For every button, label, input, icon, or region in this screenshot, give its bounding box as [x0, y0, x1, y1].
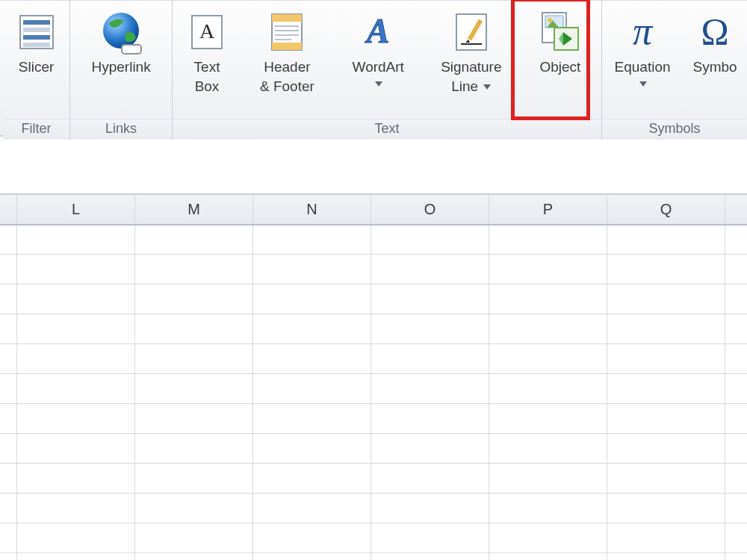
cell[interactable] — [135, 553, 253, 561]
cell[interactable] — [253, 374, 371, 404]
cell[interactable] — [607, 374, 725, 404]
cell[interactable] — [607, 494, 725, 523]
cell[interactable] — [17, 523, 135, 553]
cell[interactable] — [371, 404, 489, 434]
cell[interactable] — [725, 553, 748, 561]
object-button[interactable]: Object — [519, 5, 601, 78]
cell[interactable] — [607, 344, 725, 374]
cell[interactable] — [0, 434, 17, 464]
cell[interactable] — [371, 494, 489, 523]
cell[interactable] — [17, 225, 135, 255]
cell[interactable] — [17, 553, 135, 561]
cell[interactable] — [489, 314, 607, 344]
cell[interactable] — [17, 404, 135, 434]
cell[interactable] — [17, 255, 135, 284]
cell[interactable] — [489, 404, 607, 434]
cell[interactable] — [135, 434, 253, 464]
cell[interactable] — [371, 374, 489, 404]
equation-button[interactable]: π Equation — [602, 5, 683, 95]
cell[interactable] — [489, 284, 607, 314]
cell[interactable] — [0, 344, 17, 374]
wordart-button[interactable]: A WordArt — [333, 5, 424, 95]
cell[interactable] — [607, 523, 725, 553]
cell[interactable] — [489, 255, 607, 284]
cell[interactable] — [371, 255, 489, 284]
cell[interactable] — [725, 314, 748, 344]
cell[interactable] — [253, 494, 371, 523]
cell[interactable] — [135, 374, 253, 404]
cell[interactable] — [489, 464, 607, 494]
cell[interactable] — [607, 225, 725, 255]
cell[interactable] — [725, 404, 748, 434]
cell[interactable] — [135, 464, 253, 494]
cell[interactable] — [253, 553, 371, 561]
cell[interactable] — [607, 404, 725, 434]
cell[interactable] — [253, 464, 371, 494]
cell[interactable] — [489, 553, 607, 561]
cell[interactable] — [0, 523, 17, 553]
cell[interactable] — [725, 344, 748, 374]
cell[interactable] — [0, 225, 17, 255]
signature-line-button[interactable]: Signature Line — [424, 5, 519, 98]
cell[interactable] — [607, 434, 725, 464]
cell[interactable] — [253, 523, 371, 553]
header-footer-button[interactable]: Header & Footer — [241, 5, 333, 98]
cell[interactable] — [0, 255, 17, 284]
cell[interactable] — [17, 434, 135, 464]
cell[interactable] — [17, 464, 135, 494]
hyperlink-button[interactable]: Hyperlink — [86, 5, 157, 78]
cell[interactable] — [135, 494, 253, 523]
cell[interactable] — [253, 344, 371, 374]
cell[interactable] — [253, 314, 371, 344]
cell[interactable] — [253, 225, 371, 255]
slicer-button[interactable]: Slicer — [7, 5, 66, 78]
cell[interactable] — [725, 225, 748, 255]
cell[interactable] — [607, 255, 725, 284]
column-header[interactable]: O — [371, 195, 489, 225]
cell[interactable] — [489, 523, 607, 553]
cell[interactable] — [489, 494, 607, 523]
cell[interactable] — [0, 494, 17, 523]
cell[interactable] — [371, 464, 489, 494]
cell[interactable] — [0, 314, 17, 344]
cell[interactable] — [135, 404, 253, 434]
symbol-button[interactable]: Ω Symbo — [683, 5, 747, 78]
cell[interactable] — [725, 523, 748, 553]
cell[interactable] — [489, 434, 607, 464]
column-header-partial-left[interactable] — [0, 195, 17, 225]
cell[interactable] — [135, 284, 253, 314]
cell[interactable] — [253, 255, 371, 284]
cell[interactable] — [371, 314, 489, 344]
column-header[interactable]: L — [17, 195, 135, 225]
cell[interactable] — [725, 255, 748, 284]
cell[interactable] — [135, 523, 253, 553]
cell[interactable] — [135, 344, 253, 374]
cell[interactable] — [17, 494, 135, 523]
cell[interactable] — [135, 225, 253, 255]
cell[interactable] — [17, 314, 135, 344]
cell[interactable] — [135, 314, 253, 344]
cell[interactable] — [371, 225, 489, 255]
cell[interactable] — [0, 374, 17, 404]
cell[interactable] — [725, 434, 748, 464]
text-box-button[interactable]: A Text Box — [173, 5, 241, 98]
cell[interactable] — [371, 284, 489, 314]
column-header[interactable]: M — [135, 195, 253, 225]
cell[interactable] — [253, 434, 371, 464]
cell[interactable] — [607, 284, 725, 314]
cell[interactable] — [0, 284, 17, 314]
column-header[interactable]: Q — [607, 195, 725, 225]
cell[interactable] — [371, 553, 489, 561]
column-header[interactable]: N — [253, 195, 371, 225]
cell[interactable] — [0, 553, 17, 561]
cell[interactable] — [489, 225, 607, 255]
cell[interactable] — [607, 314, 725, 344]
cell[interactable] — [489, 374, 607, 404]
cell[interactable] — [725, 494, 748, 523]
cell[interactable] — [253, 284, 371, 314]
cell[interactable] — [0, 404, 17, 434]
column-header[interactable]: P — [489, 195, 607, 225]
cell[interactable] — [17, 374, 135, 404]
cell[interactable] — [253, 404, 371, 434]
cell[interactable] — [725, 374, 748, 404]
